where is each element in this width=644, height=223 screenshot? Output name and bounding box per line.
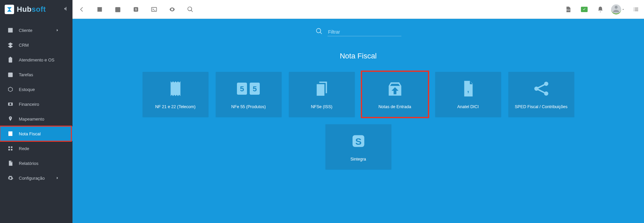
sidebar-item-estoque[interactable]: Estoque bbox=[0, 82, 72, 97]
content: Nota Fiscal NF 21 e 22 (Telecom) 55 NFe … bbox=[72, 19, 644, 223]
collapse-sidebar-icon[interactable] bbox=[62, 6, 68, 13]
eye-button[interactable] bbox=[163, 0, 181, 19]
sidebar-item-label: Cliente bbox=[19, 28, 32, 33]
notifications-icon[interactable] bbox=[592, 0, 608, 19]
page-title: Nota Fiscal bbox=[72, 52, 644, 60]
chevron-right-icon bbox=[55, 176, 60, 180]
sidebar-item-tarefas[interactable]: Tarefas bbox=[0, 67, 72, 82]
account-box-icon bbox=[7, 27, 13, 33]
tile-label: NFe 55 (Produtos) bbox=[229, 104, 268, 109]
tile-label: Sintegra bbox=[348, 157, 369, 162]
network-icon bbox=[7, 145, 13, 151]
chevron-right-icon bbox=[55, 28, 60, 33]
s-box-icon: S bbox=[351, 132, 365, 150]
svg-point-1 bbox=[118, 10, 120, 11]
main: $ PDF No bbox=[72, 0, 644, 223]
svg-text:,: , bbox=[467, 85, 469, 94]
sidebar-item-label: Nota Fiscal bbox=[19, 131, 41, 136]
tile-sintegra[interactable]: S Sintegra bbox=[326, 124, 391, 169]
sidebar-item-label: Atendimento e OS bbox=[19, 57, 54, 62]
sidebar-item-rede[interactable]: Rede bbox=[0, 141, 72, 156]
sidebar-item-cliente[interactable]: Cliente bbox=[0, 23, 72, 38]
sidebar-item-configuracao[interactable]: Configuração bbox=[0, 171, 72, 185]
sidebar-item-label: Rede bbox=[19, 146, 29, 151]
tile-sped[interactable]: SPED Fiscal / Contribuições bbox=[508, 72, 574, 117]
account-button[interactable] bbox=[91, 0, 109, 19]
map-pin-icon bbox=[7, 116, 13, 122]
svg-text:S: S bbox=[355, 136, 361, 147]
sidebar-item-crm[interactable]: CRM bbox=[0, 38, 72, 52]
share-icon bbox=[533, 80, 550, 98]
tile-nfe55[interactable]: 55 NFe 55 (Produtos) bbox=[216, 72, 282, 117]
sidebar-item-label: Configuração bbox=[19, 176, 45, 181]
sidebar-item-financeiro[interactable]: Financeiro bbox=[0, 97, 72, 112]
doc-icon bbox=[7, 160, 13, 166]
calendar-button[interactable] bbox=[109, 0, 127, 19]
status-ok-icon[interactable] bbox=[576, 0, 592, 19]
filter-row bbox=[72, 19, 644, 36]
doc-lines-icon bbox=[7, 131, 13, 137]
tiles-row: NF 21 e 22 (Telecom) 55 NFe 55 (Produtos… bbox=[72, 72, 644, 117]
svg-text:PDF: PDF bbox=[566, 9, 570, 11]
cash-icon bbox=[7, 101, 13, 107]
cube-icon bbox=[7, 86, 13, 92]
filter-input[interactable] bbox=[328, 28, 401, 36]
logo-mark-icon bbox=[5, 5, 14, 14]
sidebar-item-label: Relatórios bbox=[19, 161, 39, 166]
sidebar-item-nota-fiscal[interactable]: Nota Fiscal bbox=[0, 126, 72, 141]
receipt-icon bbox=[168, 80, 183, 98]
sidebar-item-label: Tarefas bbox=[19, 72, 33, 77]
clipboard-icon bbox=[7, 57, 13, 63]
sidebar-item-label: Mapeamento bbox=[19, 117, 44, 122]
double5-icon: 55 bbox=[237, 80, 260, 98]
calendar-icon bbox=[7, 72, 13, 78]
tile-notas-entrada[interactable]: Notas de Entrada bbox=[362, 72, 428, 117]
sidebar-item-relatorios[interactable]: Relatórios bbox=[0, 156, 72, 171]
tile-label: NFSe (ISS) bbox=[308, 104, 335, 109]
sidebar-item-atendimento[interactable]: Atendimento e OS bbox=[0, 52, 72, 67]
copies-icon bbox=[314, 80, 330, 98]
doc-comma-icon: , bbox=[461, 80, 475, 98]
sidebar-item-label: CRM bbox=[19, 43, 29, 48]
svg-rect-4 bbox=[152, 7, 157, 11]
svg-text:5: 5 bbox=[240, 85, 244, 93]
layers-icon bbox=[7, 42, 13, 48]
upload-box-icon bbox=[387, 80, 403, 98]
tile-label: NF 21 e 22 (Telecom) bbox=[152, 104, 198, 109]
terminal-button[interactable] bbox=[145, 0, 163, 19]
chevron-down-icon bbox=[621, 7, 625, 11]
sidebar-item-mapeamento[interactable]: Mapeamento bbox=[0, 112, 72, 126]
tile-nf21-22[interactable]: NF 21 e 22 (Telecom) bbox=[143, 72, 208, 117]
sidebar: Hubsoft Cliente CRM Atendimento e OS Tar… bbox=[0, 0, 72, 223]
tile-anatel-dici[interactable]: , Anatel DICI bbox=[435, 72, 501, 117]
tile-nfse[interactable]: NFSe (ISS) bbox=[289, 72, 355, 117]
back-button[interactable] bbox=[72, 0, 91, 19]
pdf-icon[interactable]: PDF bbox=[560, 0, 576, 19]
gear-icon bbox=[7, 175, 13, 181]
money-button[interactable]: $ bbox=[127, 0, 145, 19]
svg-text:$: $ bbox=[135, 8, 137, 11]
tile-label: SPED Fiscal / Contribuições bbox=[512, 104, 570, 109]
sidebar-item-label: Financeiro bbox=[19, 102, 39, 107]
sidebar-item-label: Estoque bbox=[19, 87, 35, 92]
topbar: $ PDF bbox=[72, 0, 644, 19]
menu-list-icon[interactable] bbox=[628, 0, 644, 19]
user-avatar[interactable] bbox=[608, 4, 628, 14]
brand-text: Hubsoft bbox=[17, 5, 46, 14]
logo-bar: Hubsoft bbox=[0, 0, 72, 19]
search-button[interactable] bbox=[181, 0, 199, 19]
search-icon bbox=[315, 28, 323, 36]
svg-text:5: 5 bbox=[252, 85, 256, 93]
tile-label: Anatel DICI bbox=[455, 104, 482, 109]
svg-rect-0 bbox=[66, 7, 66, 11]
sidebar-nav: Cliente CRM Atendimento e OS Tarefas Est… bbox=[0, 19, 72, 185]
tile-label: Notas de Entrada bbox=[376, 104, 414, 109]
